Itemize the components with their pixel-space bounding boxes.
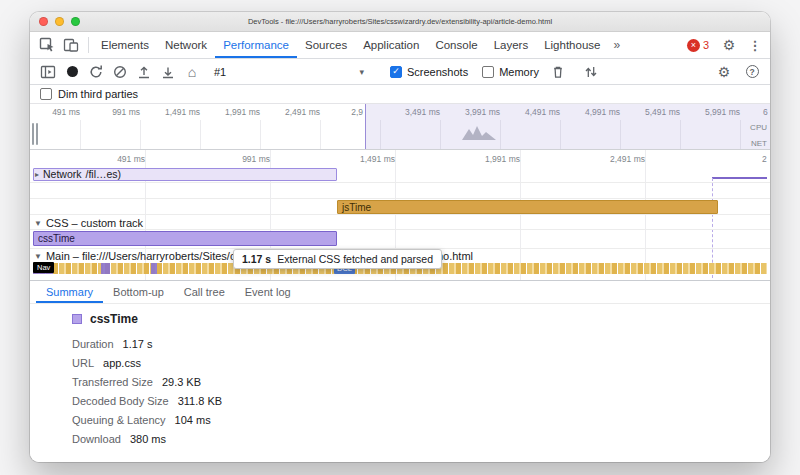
checkbox-unchecked-icon — [482, 66, 494, 78]
summary-value: 380 ms — [130, 433, 166, 445]
history-selected: #1 — [214, 66, 226, 78]
tab-elements[interactable]: Elements — [93, 32, 157, 58]
more-tabs-icon[interactable]: » — [608, 32, 625, 58]
titlebar: DevTools - file:///Users/harryroberts/Si… — [30, 12, 770, 32]
summary-title-row: cssTime — [72, 312, 770, 326]
overview-left-drag-handle[interactable] — [32, 123, 40, 145]
summary-row: Queuing & Latency 104 ms — [72, 410, 770, 429]
error-icon: × — [687, 39, 700, 52]
dim-third-parties-row: Dim third parties — [30, 85, 770, 104]
network-request-text: /fil…es) — [86, 168, 122, 180]
ruler-tick: 491 ms — [85, 154, 145, 164]
minimize-window-button[interactable] — [55, 17, 64, 26]
nav-marker-badge: Nav — [33, 262, 54, 273]
csstime-event-bar[interactable]: cssTime — [33, 231, 337, 246]
ruler-tick: 1,991 ms — [460, 154, 520, 164]
inspect-element-icon[interactable] — [36, 34, 58, 56]
performance-toolbar: ⌂ #1 ▾ ✓ Screenshots Memory ⚙ ? — [30, 59, 770, 85]
dim-third-parties-checkbox[interactable] — [40, 88, 52, 100]
cpu-lane-label: CPU — [750, 123, 767, 132]
tab-summary[interactable]: Summary — [36, 281, 103, 303]
capture-settings-gear-icon[interactable]: ⚙ — [712, 61, 736, 83]
history-dropdown[interactable]: #1 ▾ — [210, 64, 368, 80]
tab-bottom-up[interactable]: Bottom-up — [103, 281, 174, 303]
tab-call-tree[interactable]: Call tree — [174, 281, 235, 303]
collapse-triangle-icon: ▸ — [35, 170, 39, 179]
save-profile-icon[interactable] — [156, 61, 180, 83]
checkbox-checked-icon: ✓ — [390, 66, 402, 78]
divider — [88, 37, 89, 53]
summary-label: Transferred Size — [72, 376, 153, 388]
kebab-menu-icon[interactable]: ⋮ — [744, 34, 766, 56]
ruler-tick: 1,491 ms — [335, 154, 395, 164]
tab-event-log[interactable]: Event log — [235, 281, 301, 303]
tab-network[interactable]: Network — [157, 32, 215, 58]
network-request-segment[interactable] — [712, 177, 767, 179]
network-track-header[interactable]: ▸ Network /fil…es) — [35, 168, 121, 180]
home-icon[interactable]: ⌂ — [180, 61, 204, 83]
traffic-lights — [39, 17, 80, 26]
summary-value: app.css — [103, 357, 141, 369]
summary-event-name: cssTime — [90, 312, 138, 326]
tab-sources[interactable]: Sources — [297, 32, 355, 58]
jstime-event-bar[interactable]: jsTime — [337, 200, 718, 214]
expand-triangle-icon: ▼ — [34, 252, 42, 261]
summary-row: Decoded Body Size 311.8 KB — [72, 391, 770, 410]
main-activity-segment — [101, 263, 110, 274]
memory-label: Memory — [499, 66, 539, 78]
tab-performance[interactable]: Performance — [215, 32, 297, 58]
overview-unselected-region[interactable] — [365, 104, 770, 149]
summary-label: Download — [72, 433, 121, 445]
overview-tick: 1,991 ms — [204, 107, 260, 117]
close-window-button[interactable] — [39, 17, 48, 26]
load-profile-icon[interactable] — [132, 61, 156, 83]
help-icon[interactable]: ? — [740, 61, 764, 83]
reload-and-record-icon[interactable] — [84, 61, 108, 83]
summary-row: URL app.css — [72, 353, 770, 372]
summary-value: 104 ms — [175, 414, 211, 426]
error-badge[interactable]: × 3 — [682, 39, 714, 52]
record-icon — [67, 66, 78, 77]
network-track-name: Network — [43, 168, 82, 180]
tooltip-text: External CSS fetched and parsed — [277, 253, 433, 265]
timeline-ruler: 491 ms 991 ms 1,491 ms 1,991 ms 2,491 ms… — [30, 150, 770, 167]
summary-label: URL — [72, 357, 94, 369]
record-button[interactable] — [60, 61, 84, 83]
jstime-label: jsTime — [342, 202, 371, 213]
tab-lighthouse[interactable]: Lighthouse — [536, 32, 608, 58]
screenshots-checkbox[interactable]: ✓ Screenshots — [390, 66, 468, 78]
clear-icon[interactable] — [108, 61, 132, 83]
window-title: DevTools - file:///Users/harryroberts/Si… — [30, 17, 770, 26]
details-panel: Summary Bottom-up Call tree Event log cs… — [30, 280, 770, 462]
css-track-header[interactable]: ▼ CSS – custom track — [34, 217, 143, 229]
network-track-row: ▸ Network /fil…es) — [30, 167, 770, 183]
tab-layers[interactable]: Layers — [486, 32, 537, 58]
net-lane-label: NET — [751, 139, 767, 148]
ruler-tick: 2 — [762, 154, 770, 164]
memory-checkbox[interactable]: Memory — [482, 66, 539, 78]
settings-gear-icon[interactable]: ⚙ — [718, 34, 740, 56]
details-tabbar: Summary Bottom-up Call tree Event log — [30, 281, 770, 304]
summary-value: 311.8 KB — [178, 395, 222, 407]
tab-application[interactable]: Application — [355, 32, 427, 58]
devtools-window: DevTools - file:///Users/harryroberts/Si… — [30, 12, 770, 462]
summary-value: 29.3 KB — [162, 376, 201, 388]
summary-label: Decoded Body Size — [72, 395, 169, 407]
tooltip-duration: 1.17 s — [242, 253, 271, 265]
overview-tick: 991 ms — [84, 107, 140, 117]
summary-row: Transferred Size 29.3 KB — [72, 372, 770, 391]
toggle-sidebar-icon[interactable] — [36, 61, 60, 83]
summary-label: Duration — [72, 338, 114, 350]
overview-tick: 491 ms — [30, 107, 80, 117]
sort-updown-icon[interactable] — [579, 61, 603, 83]
tab-console[interactable]: Console — [427, 32, 485, 58]
collect-garbage-icon[interactable] — [546, 61, 570, 83]
chevron-down-icon: ▾ — [359, 67, 364, 77]
device-toolbar-icon[interactable] — [60, 34, 82, 56]
dim-third-parties-label: Dim third parties — [58, 88, 138, 100]
zoom-window-button[interactable] — [71, 17, 80, 26]
devtools-tabbar: Elements Network Performance Sources App… — [30, 32, 770, 59]
css-track-header-row[interactable]: ▼ CSS – custom track — [30, 214, 770, 230]
timeline-overview[interactable]: 491 ms 991 ms 1,491 ms 1,991 ms 2,491 ms… — [30, 104, 770, 150]
main-activity-segment — [151, 263, 157, 274]
